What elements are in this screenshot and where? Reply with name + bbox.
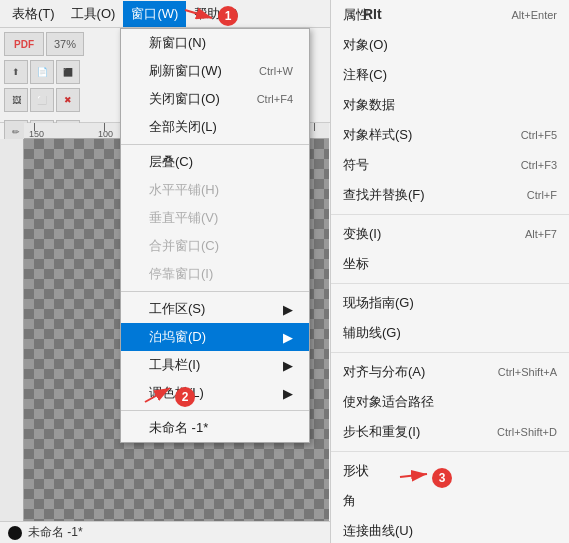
menu-item-toolbar-label: 工具栏(I): [149, 356, 200, 374]
dock-window-arrow-icon: ▶: [283, 330, 293, 345]
menu-item-close-window[interactable]: 关闭窗口(O) Ctrl+F4: [121, 85, 309, 113]
ruler-tick-150: 150: [29, 129, 44, 139]
toolbar-btn-5[interactable]: ⬜: [30, 88, 54, 112]
right-item-guidelines-label: 辅助线(G): [343, 324, 557, 342]
right-item-fit-path-label: 使对象适合路径: [343, 393, 557, 411]
right-item-coordinates[interactable]: 坐标: [331, 249, 569, 279]
statusbar: 未命名 -1*: [0, 521, 330, 543]
menu-item-workspace-label: 工作区(S): [149, 300, 205, 318]
right-item-symbol-shortcut: Ctrl+F3: [521, 159, 557, 171]
toolbar-zoom-display: 37%: [46, 32, 84, 56]
menu-item-new-window-label: 新窗口(N): [149, 34, 206, 52]
toolbar-btn-3[interactable]: ⬛: [56, 60, 80, 84]
right-item-guidelines[interactable]: 辅助线(G): [331, 318, 569, 348]
menu-item-dock-window-label: 泊坞窗(D): [149, 328, 206, 346]
menu-item-tile-v: 垂直平铺(V): [121, 204, 309, 232]
right-item-transform[interactable]: 变换(I) Alt+F7: [331, 219, 569, 249]
right-item-find-replace[interactable]: 查找并替换(F) Ctrl+F: [331, 180, 569, 210]
palette-arrow-icon: ▶: [283, 386, 293, 401]
right-item-object-label: 对象(O): [343, 36, 557, 54]
right-item-transform-shortcut: Alt+F7: [525, 228, 557, 240]
right-item-properties[interactable]: 属性 Alt+Enter: [331, 0, 569, 30]
right-item-object-data[interactable]: 对象数据: [331, 90, 569, 120]
menu-item-filename-label: 未命名 -1*: [149, 419, 208, 437]
menu-item-close-window-label: 关闭窗口(O): [149, 90, 220, 108]
menu-item-refresh-window[interactable]: 刷新窗口(W) Ctrl+W: [121, 57, 309, 85]
right-item-annotation-label: 注释(C): [343, 66, 557, 84]
right-item-annotation[interactable]: 注释(C): [331, 60, 569, 90]
right-item-object-data-label: 对象数据: [343, 96, 557, 114]
right-sep-3: [331, 352, 569, 353]
menu-item-merge-window-label: 合并窗口(C): [149, 237, 219, 255]
right-item-angle[interactable]: 角: [331, 486, 569, 516]
toolbar-btn-4[interactable]: 🖼: [4, 88, 28, 112]
right-item-field-guide-label: 现场指南(G): [343, 294, 557, 312]
menu-item-merge-window: 合并窗口(C): [121, 232, 309, 260]
workspace-arrow-icon: ▶: [283, 302, 293, 317]
right-item-connect-curves[interactable]: 连接曲线(U): [331, 516, 569, 543]
fill-color-swatch: [8, 526, 22, 540]
menu-item-toolbar[interactable]: 工具栏(I) ▶: [121, 351, 309, 379]
right-item-shape[interactable]: 形状: [331, 456, 569, 486]
right-item-transform-label: 变换(I): [343, 225, 517, 243]
menu-item-refresh-window-label: 刷新窗口(W): [149, 62, 222, 80]
right-item-shape-label: 形状: [343, 462, 557, 480]
right-item-fit-path[interactable]: 使对象适合路径: [331, 387, 569, 417]
right-item-align-distribute[interactable]: 对齐与分布(A) Ctrl+Shift+A: [331, 357, 569, 387]
right-sep-2: [331, 283, 569, 284]
ruler-tick-100: 100: [98, 129, 113, 139]
window-menu-dropdown: 新窗口(N) 刷新窗口(W) Ctrl+W 关闭窗口(O) Ctrl+F4 全部…: [120, 28, 310, 443]
filename-status: 未命名 -1*: [28, 524, 83, 541]
menu-item-close-all-label: 全部关闭(L): [149, 118, 217, 136]
right-sep-1: [331, 214, 569, 215]
right-item-step-repeat-label: 步长和重复(I): [343, 423, 489, 441]
menu-item-new-window[interactable]: 新窗口(N): [121, 29, 309, 57]
menu-sep-2: [121, 291, 309, 292]
right-item-object-style-label: 对象样式(S): [343, 126, 513, 144]
right-item-object-style-shortcut: Ctrl+F5: [521, 129, 557, 141]
right-item-coordinates-label: 坐标: [343, 255, 557, 273]
right-item-step-repeat-shortcut: Ctrl+Shift+D: [497, 426, 557, 438]
menu-item-tile-h: 水平平铺(H): [121, 176, 309, 204]
menubar-item-window[interactable]: 窗口(W): [123, 1, 186, 27]
menu-item-layers[interactable]: 层叠(C): [121, 148, 309, 176]
toolbar-btn-2[interactable]: 📄: [30, 60, 54, 84]
toolbar-pdf-btn[interactable]: PDF: [4, 32, 44, 56]
menu-item-close-all[interactable]: 全部关闭(L): [121, 113, 309, 141]
menu-item-close-window-shortcut: Ctrl+F4: [257, 93, 293, 105]
right-item-object-style[interactable]: 对象样式(S) Ctrl+F5: [331, 120, 569, 150]
menu-item-workspace[interactable]: 工作区(S) ▶: [121, 295, 309, 323]
toolbar-btn-1[interactable]: ⬆: [4, 60, 28, 84]
right-item-field-guide[interactable]: 现场指南(G): [331, 288, 569, 318]
right-item-align-distribute-shortcut: Ctrl+Shift+A: [498, 366, 557, 378]
menu-item-filename[interactable]: 未命名 -1*: [121, 414, 309, 442]
menu-sep-1: [121, 144, 309, 145]
menubar-item-tools[interactable]: 工具(O): [63, 1, 124, 27]
menu-item-palette-label: 调色板(L): [149, 384, 204, 402]
menubar: 表格(T) 工具(O) 窗口(W) 帮助(H): [0, 0, 330, 28]
menu-item-tile-v-label: 垂直平铺(V): [149, 209, 218, 227]
menubar-item-table[interactable]: 表格(T): [4, 1, 63, 27]
right-item-properties-shortcut: Alt+Enter: [511, 9, 557, 21]
right-panel: 属性 Alt+Enter 对象(O) 注释(C) 对象数据 对象样式(S) Ct…: [330, 0, 569, 543]
menu-item-dock-window[interactable]: 泊坞窗(D) ▶: [121, 323, 309, 351]
right-item-properties-label: 属性: [343, 6, 503, 24]
right-item-align-distribute-label: 对齐与分布(A): [343, 363, 490, 381]
right-item-object[interactable]: 对象(O): [331, 30, 569, 60]
toolbar-arrow-icon: ▶: [283, 358, 293, 373]
right-item-step-repeat[interactable]: 步长和重复(I) Ctrl+Shift+D: [331, 417, 569, 447]
menu-item-palette[interactable]: 调色板(L) ▶: [121, 379, 309, 407]
right-item-symbol-label: 符号: [343, 156, 513, 174]
right-item-angle-label: 角: [343, 492, 557, 510]
right-item-find-replace-label: 查找并替换(F): [343, 186, 519, 204]
menu-item-layers-label: 层叠(C): [149, 153, 193, 171]
menu-item-stop-window: 停靠窗口(I): [121, 260, 309, 288]
toolbar-btn-6[interactable]: ✖: [56, 88, 80, 112]
right-item-symbol[interactable]: 符号 Ctrl+F3: [331, 150, 569, 180]
menu-item-tile-h-label: 水平平铺(H): [149, 181, 219, 199]
menu-item-stop-window-label: 停靠窗口(I): [149, 265, 213, 283]
right-item-find-replace-shortcut: Ctrl+F: [527, 189, 557, 201]
menubar-item-help[interactable]: 帮助(H): [186, 1, 246, 27]
right-sep-4: [331, 451, 569, 452]
menu-sep-3: [121, 410, 309, 411]
